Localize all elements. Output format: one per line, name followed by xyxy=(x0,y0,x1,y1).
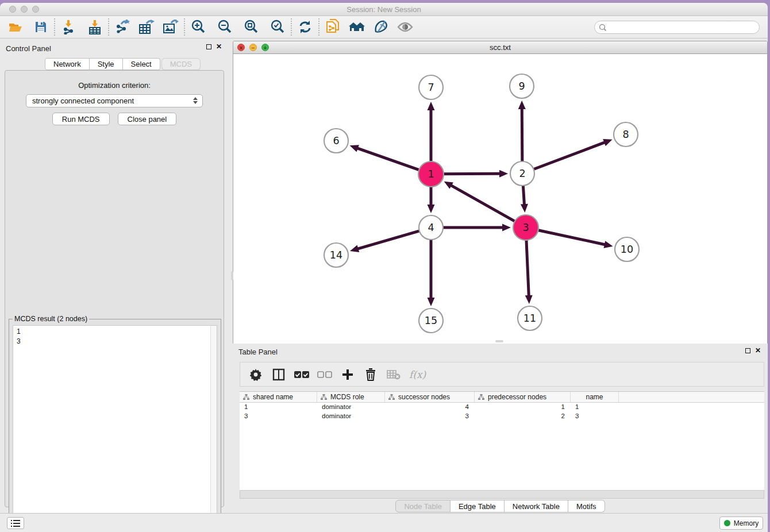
graph-edge-3-11[interactable] xyxy=(526,239,529,296)
scrollbar[interactable] xyxy=(210,326,217,532)
control-panel: Control Panel ✕ NetworkStyleSelectMCDS O… xyxy=(0,38,229,516)
import-network-icon[interactable] xyxy=(60,19,77,35)
table-row[interactable]: 3dominator323 xyxy=(240,412,764,421)
table-panel-close-icon[interactable]: ✕ xyxy=(755,348,761,353)
graph-edge-4-14[interactable] xyxy=(357,230,420,249)
deselect-all-checkboxes-icon[interactable] xyxy=(317,367,332,382)
graph-edge-2-9[interactable] xyxy=(522,108,522,163)
mcds-result-title: MCDS result (2 nodes) xyxy=(13,315,89,323)
graph-arrowhead xyxy=(603,139,612,146)
zoom-selected-icon[interactable] xyxy=(269,19,286,35)
tab-mcds[interactable]: MCDS xyxy=(161,58,201,70)
eye-icon[interactable] xyxy=(396,19,414,35)
add-column-plus-icon[interactable] xyxy=(340,367,355,382)
zoom-fit-icon[interactable] xyxy=(242,19,260,35)
table-panel: Table Panel ✕ xyxy=(233,345,768,516)
table-cell[interactable]: 1 xyxy=(571,403,619,412)
delete-trash-icon[interactable] xyxy=(363,367,378,382)
graph-edge-1-6[interactable] xyxy=(357,148,420,171)
delete-table-icon[interactable] xyxy=(386,367,401,382)
open-session-icon[interactable] xyxy=(7,19,24,35)
optimization-criterion-label: Optimization criterion: xyxy=(5,81,224,90)
table-scrollbar[interactable] xyxy=(240,490,764,499)
save-session-icon[interactable] xyxy=(32,19,49,35)
table-cell[interactable]: 2 xyxy=(475,412,571,421)
table-panel-title: Table Panel xyxy=(238,348,278,356)
tab-network[interactable]: Network xyxy=(45,58,90,70)
export-network-icon[interactable] xyxy=(114,19,131,35)
graph-arrowhead xyxy=(604,241,613,248)
task-history-button[interactable] xyxy=(7,517,24,529)
select-all-checkboxes-icon[interactable] xyxy=(294,367,309,382)
mcds-result-text[interactable]: 1 3 xyxy=(13,325,217,532)
control-panel-close-icon[interactable]: ✕ xyxy=(216,44,222,49)
run-mcds-button[interactable]: Run MCDS xyxy=(52,113,110,125)
graph-node-label: 14 xyxy=(330,249,342,261)
graph-node-label: 3 xyxy=(522,222,529,233)
table-cell[interactable]: dominator xyxy=(317,412,385,421)
table-cell[interactable]: 4 xyxy=(385,403,475,412)
table-cell[interactable]: 3 xyxy=(240,412,317,421)
graph-node-label: 10 xyxy=(621,244,633,255)
export-table-icon[interactable] xyxy=(138,19,155,35)
network-canvas[interactable]: 1234678910111415 xyxy=(233,54,767,344)
graph-edge-1-2[interactable] xyxy=(442,174,500,174)
refresh-layout-icon[interactable] xyxy=(297,19,314,35)
graph-node-label: 2 xyxy=(519,168,525,179)
table-cell[interactable]: 1 xyxy=(240,403,317,412)
tab-motifs[interactable]: Motifs xyxy=(568,500,605,512)
column-header-shared-name[interactable]: shared name xyxy=(240,392,317,402)
search-input[interactable] xyxy=(594,21,760,34)
split-handle[interactable] xyxy=(495,340,503,342)
graph-node-label: 1 xyxy=(428,168,434,180)
column-panel-icon[interactable] xyxy=(271,367,286,382)
import-table-icon[interactable] xyxy=(86,19,103,35)
toolbar-separator xyxy=(184,18,185,36)
toolbar-separator xyxy=(318,18,319,36)
tab-select[interactable]: Select xyxy=(123,58,160,70)
table-settings-gear-icon[interactable] xyxy=(248,367,263,382)
control-panel-float-icon[interactable] xyxy=(206,44,211,49)
column-header-predecessor-nodes[interactable]: predecessor nodes xyxy=(475,392,571,402)
split-handle[interactable] xyxy=(231,271,233,280)
function-builder-icon[interactable]: f(x) xyxy=(409,369,426,380)
column-header-name[interactable]: name xyxy=(571,392,619,402)
memory-button[interactable]: Memory xyxy=(719,516,763,530)
table-row[interactable]: 1dominator411 xyxy=(240,403,764,412)
network-window-titlebar[interactable]: × − + scc.txt xyxy=(233,41,767,54)
tab-edge-table[interactable]: Edge Table xyxy=(451,500,505,512)
home-icon[interactable] xyxy=(348,19,365,35)
zoom-in-icon[interactable] xyxy=(190,19,207,35)
tab-node-table[interactable]: Node Table xyxy=(395,500,451,512)
style-brush-icon[interactable] xyxy=(372,19,390,35)
graph-arrowhead xyxy=(521,204,528,213)
column-header-MCDS-role[interactable]: MCDS role xyxy=(317,392,385,402)
tab-network-table[interactable]: Network Table xyxy=(505,500,568,512)
table-cell[interactable]: 3 xyxy=(385,412,475,421)
graph-edge-2-3[interactable] xyxy=(523,184,524,205)
table-cell[interactable]: 3 xyxy=(571,412,619,421)
node-table: shared nameMCDS rolesuccessor nodesprede… xyxy=(240,391,764,490)
table-cell[interactable]: 1 xyxy=(475,403,571,412)
graph-edge-3-10[interactable] xyxy=(537,230,606,245)
graph-edge-3-1[interactable] xyxy=(451,185,516,222)
graph-node-label: 8 xyxy=(622,129,629,140)
criterion-select[interactable]: strongly connected component xyxy=(26,94,203,107)
column-type-icon xyxy=(321,394,327,400)
clone-network-icon[interactable] xyxy=(324,19,341,35)
column-header-successor-nodes[interactable]: successor nodes xyxy=(385,392,475,402)
zoom-out-icon[interactable] xyxy=(216,19,233,35)
export-image-icon[interactable] xyxy=(162,19,179,35)
graph-node-label: 9 xyxy=(518,80,525,92)
app-window: Session: New Session xyxy=(0,3,768,532)
graph-arrowhead xyxy=(499,170,508,178)
memory-status-icon xyxy=(724,520,730,526)
table-cell[interactable]: dominator xyxy=(317,403,385,412)
tab-style[interactable]: Style xyxy=(90,58,123,70)
column-type-icon xyxy=(478,394,484,400)
table-panel-float-icon[interactable] xyxy=(745,348,750,353)
graph-edge-2-8[interactable] xyxy=(533,142,606,169)
table-header-row: shared nameMCDS rolesuccessor nodesprede… xyxy=(240,392,764,403)
close-panel-button[interactable]: Close panel xyxy=(118,113,177,125)
graph-arrowhead xyxy=(428,102,435,110)
